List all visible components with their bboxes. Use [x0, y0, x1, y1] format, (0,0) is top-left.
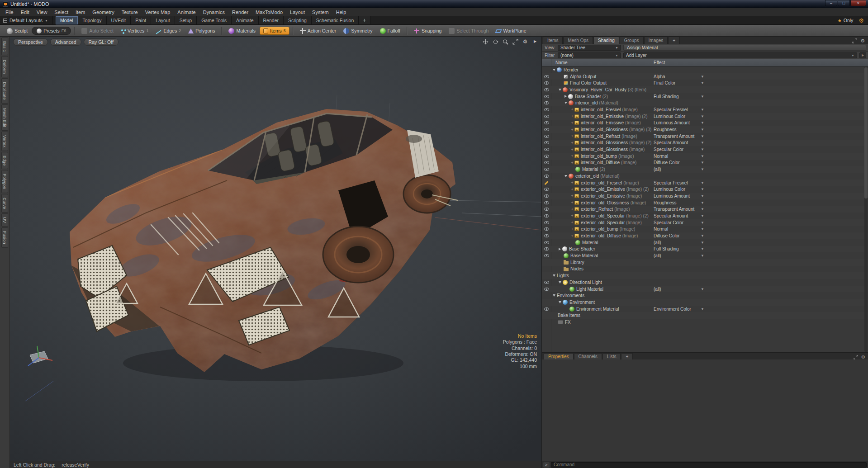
visibility-cell[interactable]	[542, 208, 551, 211]
menu-vertex-map[interactable]: Vertex Map	[142, 8, 174, 16]
effect-cell[interactable]: Transparent Amount▼	[654, 207, 704, 212]
visibility-cell[interactable]	[542, 161, 551, 164]
shader-tree-row[interactable]: +exterior_old_Specular(Image) (2)Specula…	[542, 213, 868, 219]
layout-tab-paint[interactable]: Paint	[131, 16, 151, 24]
shader-tree-row[interactable]: +exterior_old_Emissive(Image)Luminous Am…	[542, 193, 868, 199]
shader-tree-row[interactable]: +exterior_old_Fresnel(Image)Specular Fre…	[542, 180, 868, 186]
menu-dynamics[interactable]: Dynamics	[199, 8, 228, 16]
layout-tab-schematic-fusion[interactable]: Schematic Fusion	[312, 16, 359, 24]
left-tab-fusion[interactable]: Fusion	[1, 227, 9, 248]
layout-tab-setup[interactable]: Setup	[175, 16, 197, 24]
collapse-arrow-icon[interactable]	[553, 69, 555, 71]
visibility-cell[interactable]	[542, 182, 551, 184]
effect-cell[interactable]: Diffuse Color▼	[654, 160, 704, 165]
shader-tree-row[interactable]: +interior_old_Emissive(Image) (2)Luminou…	[542, 113, 868, 120]
shader-tree-row[interactable]: Environment MaterialEnvironment Color▼	[542, 306, 868, 312]
effect-cell[interactable]: Specular Fresnel▼	[654, 180, 704, 185]
shader-tree-row[interactable]: Light Material(all)▼	[542, 286, 868, 293]
effect-cell[interactable]: Final Color▼	[654, 80, 704, 85]
edges-button[interactable]: Edges2	[152, 27, 184, 34]
viewport-3d[interactable]: PerspectiveAdvancedRay GL: Off ⚙▶ No Ite…	[10, 37, 541, 461]
filter-f-button[interactable]: F	[859, 52, 866, 58]
shader-tree-row[interactable]: +exterior_old_Specular(Image)Specular Co…	[542, 219, 868, 226]
command-input[interactable]	[551, 462, 867, 468]
menu-edit[interactable]: Edit	[17, 8, 33, 16]
shader-tree-row[interactable]: exterior_old(Material)	[542, 173, 868, 180]
visibility-cell[interactable]	[542, 141, 551, 144]
left-tab-edge[interactable]: Edge	[1, 152, 9, 169]
select-through-button[interactable]: Select Through	[446, 27, 492, 35]
effect-cell[interactable]: Full Shading▼	[654, 94, 704, 99]
effect-cell[interactable]: (all)▼	[654, 253, 704, 258]
effect-cell[interactable]: Diffuse Color▼	[654, 233, 704, 238]
visibility-cell[interactable]	[542, 214, 551, 217]
visibility-cell[interactable]	[542, 148, 551, 151]
layout-tab-topology[interactable]: Topology	[78, 16, 107, 24]
action-center-button[interactable]: Action Center	[297, 27, 340, 35]
panel-tab-items[interactable]: Items	[543, 37, 563, 44]
layout-tab-layout[interactable]: Layout	[151, 16, 175, 24]
visibility-cell[interactable]	[542, 221, 551, 224]
visibility-cell[interactable]	[542, 241, 551, 244]
advanced-button[interactable]: Advanced	[50, 38, 81, 46]
symmetry-button[interactable]: Symmetry	[340, 27, 375, 35]
default-layouts-dropdown[interactable]: Default Layouts ▼	[0, 16, 53, 24]
left-tab-duplicate[interactable]: Duplicate	[1, 78, 9, 104]
collapse-arrow-icon[interactable]	[559, 301, 561, 303]
left-tab-deform[interactable]: Deform	[1, 56, 9, 77]
visibility-cell[interactable]	[542, 234, 551, 237]
menu-geometry[interactable]: Geometry	[89, 8, 118, 16]
bottom-tab-channels[interactable]: Channels	[574, 353, 602, 359]
collapse-arrow-icon[interactable]	[559, 281, 561, 284]
falloff-button[interactable]: Falloff	[377, 27, 403, 35]
effect-cell[interactable]: Environment Color▼	[654, 307, 704, 312]
panel-tab-add[interactable]: +	[668, 37, 680, 44]
visibility-cell[interactable]	[542, 168, 551, 171]
play-icon[interactable]: ▶	[532, 38, 538, 45]
layout-tab-uvedit[interactable]: UVEdit	[107, 16, 131, 24]
visibility-cell[interactable]	[542, 101, 551, 104]
maximize-panel-icon[interactable]	[852, 38, 857, 43]
shader-tree-row[interactable]: +exterior_old_Emissive(Image) (2)Luminou…	[542, 186, 868, 193]
zoom-icon[interactable]	[502, 38, 508, 45]
shader-tree-row[interactable]: +interior_old_Fresnel(Image)Specular Fre…	[542, 106, 868, 113]
only-toggle[interactable]: ★ Only	[834, 16, 857, 24]
items-button[interactable]: Items5	[260, 27, 289, 35]
shader-tree-row[interactable]: Base Material(all)▼	[542, 252, 868, 259]
bottom-tab-lists[interactable]: Lists	[602, 353, 621, 359]
panel-tab-groups[interactable]: Groups	[620, 37, 644, 44]
menu-layout[interactable]: Layout	[286, 8, 308, 16]
menu-maxtomodo[interactable]: MaxToModo	[252, 8, 286, 16]
shader-tree-row[interactable]: +interior_old_Glossiness(Image) (2)Specu…	[542, 140, 868, 147]
effect-cell[interactable]: (all)▼	[654, 167, 704, 172]
shader-tree-row[interactable]: Material(all)▼	[542, 239, 868, 246]
visibility-cell[interactable]	[542, 115, 551, 118]
visibility-cell[interactable]	[542, 135, 551, 138]
menu-file[interactable]: File	[2, 8, 17, 16]
view-dropdown[interactable]: Shader Tree ▼	[558, 45, 621, 51]
maximize-button[interactable]: □	[838, 0, 850, 6]
shader-tree-row[interactable]: +exterior_old_Diffuse(Image)Diffuse Colo…	[542, 232, 868, 239]
assign-material-button[interactable]: Assign Material	[623, 45, 866, 51]
snapping-button[interactable]: Snapping	[411, 27, 445, 35]
effect-cell[interactable]: Luminous Color▼	[654, 187, 704, 192]
tree-scrollbar[interactable]	[864, 67, 868, 352]
expand-arrow-icon[interactable]	[559, 248, 561, 251]
layout-tab-model[interactable]: Model	[56, 16, 78, 24]
shader-tree-row[interactable]: +interior_old_Glossiness(Image) (3)Rough…	[542, 126, 868, 133]
visibility-cell[interactable]	[542, 201, 551, 204]
shader-tree-row[interactable]: Visionary_Hover_Car_Rusty(3) (Item)	[542, 86, 868, 93]
effect-cell[interactable]: Luminous Amount▼	[654, 194, 704, 199]
presets-button[interactable]: PresetsF6	[32, 27, 71, 35]
shader-tree-row[interactable]: +interior_old_Diffuse(Image)Diffuse Colo…	[542, 160, 868, 166]
add-layer-dropdown[interactable]: Add Layer ▼	[623, 52, 857, 58]
shader-tree-row[interactable]: Environments	[542, 292, 868, 299]
visibility-cell[interactable]	[542, 188, 551, 191]
layout-tab-animate[interactable]: Animate	[232, 16, 259, 24]
visibility-cell[interactable]	[542, 81, 551, 85]
minimize-button[interactable]: –	[825, 0, 837, 6]
menu-help[interactable]: Help	[332, 8, 350, 16]
layout-tab-scripting[interactable]: Scripting	[284, 16, 312, 24]
menu-view[interactable]: View	[33, 8, 51, 16]
tree-scrollbar-thumb[interactable]	[864, 67, 868, 199]
